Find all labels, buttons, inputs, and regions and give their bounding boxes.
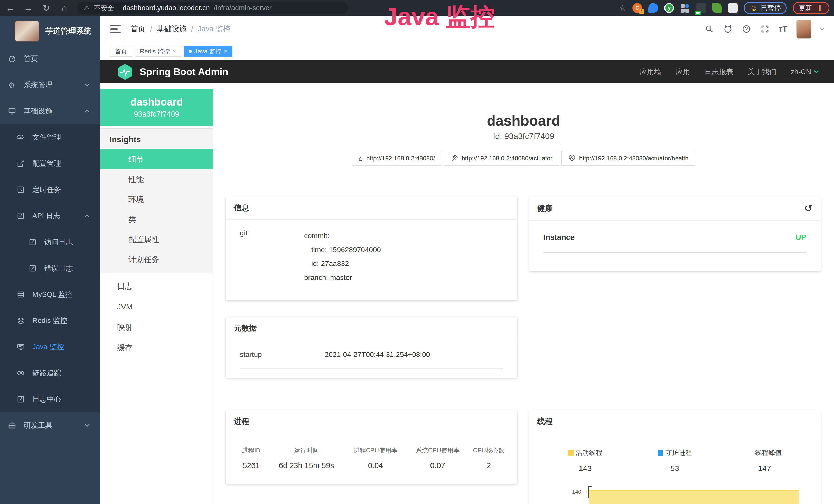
legend-label: 线程峰值 [755,448,782,457]
cloud-upload-icon [17,134,31,141]
github-icon[interactable] [723,24,732,33]
profile-paused-badge[interactable]: ☺ 已暂停 [744,2,787,14]
breadcrumb-item[interactable]: 首页 [130,24,146,34]
service-url-button[interactable]: ⌂ http://192.168.0.2:48080/ [352,151,442,166]
sidebar-item-logs[interactable]: 日志 [100,276,213,297]
card-title: 健康 [537,203,553,214]
database-icon [17,291,31,298]
sidebar-item-caches[interactable]: 缓存 [100,338,213,358]
extension-icon-pin[interactable] [648,3,658,13]
process-card-header: 进程 [225,410,517,433]
sba-nav-wallboard[interactable]: 应用墙 [640,67,661,77]
sba-nav-applications[interactable]: 应用 [676,67,690,77]
extension-icon-switch[interactable]: on [696,3,706,13]
sidebar-item-mappings[interactable]: 映射 [100,317,213,338]
process-uptime: 6d 23h 15m 59s [269,457,344,474]
monitor-icon [17,343,31,351]
actuator-url-button[interactable]: http://192.168.0.2:48080/actuator [444,151,559,166]
locale-selector[interactable]: zh-CN [791,68,818,76]
health-url: http://192.168.0.2:48080/actuator/health [579,155,688,162]
service-url: http://192.168.0.2:48080/ [366,155,435,162]
bookmark-star-icon[interactable]: ☆ [619,3,627,13]
column-header: CPU核心数 [468,441,509,457]
y-axis-tickmark [583,492,587,492]
forward-icon[interactable]: → [23,4,34,12]
chevron-up-icon [85,214,90,220]
spring-boot-admin-logo [117,63,133,81]
insights-group: Insights 细节 性能 环境 类 配置属性 计划任务 [100,129,213,273]
instance-header[interactable]: dashboard 93a3fc7f7409 [100,89,213,126]
cpu-cores: 2 [468,457,509,474]
sidebar-item-system[interactable]: ⚙ 系统管理 [0,72,100,98]
sidebar-item-trace[interactable]: 链路追踪 [0,360,100,386]
close-icon[interactable]: × [224,48,227,55]
sidebar-item-infra[interactable]: 基础设施 [0,98,100,124]
metadata-card: 元数据 startup 2021-04-27T00:44:31.254+08:0… [225,317,517,378]
wrench-icon [451,155,458,162]
metadata-label: startup [240,350,325,359]
health-url-button[interactable]: http://192.168.0.2:48080/actuator/health [562,151,696,166]
sidebar-item-home[interactable]: 首页 [0,46,100,72]
brand-logo-image [15,21,39,42]
extension-icon-orange[interactable]: C1 [632,3,642,13]
tag-redis-monitor[interactable]: Redis 监控 × [135,46,181,57]
extension-icon-grid[interactable] [680,3,690,13]
refresh-icon[interactable]: ↻ [41,4,52,12]
sidebar-item-job[interactable]: 定时任务 [0,177,100,203]
sidebar-item-environment[interactable]: 环境 [100,189,213,209]
breadcrumb-item[interactable]: 基础设施 [157,24,186,34]
tag-java-monitor[interactable]: Java 监控 × [184,46,233,57]
address-bar[interactable]: ⚠ 不安全 dashboard.yudao.iocoder.cn/infra/a… [76,2,348,14]
sidebar-item-devtools[interactable]: 研发工具 [0,412,100,438]
info-label: git [240,229,304,284]
sidebar-item-metrics[interactable]: 性能 [100,169,213,189]
schedule-icon [17,186,31,193]
health-row[interactable]: Instance UP [544,233,807,253]
instance-title: dashboard [213,112,834,129]
sidebar-item-classes[interactable]: 类 [100,209,213,230]
extensions-puzzle-icon[interactable] [728,3,738,13]
history-icon[interactable]: ↺ [804,203,812,214]
sidebar-item-redis[interactable]: Redis 监控 [0,307,100,334]
sidebar-item-logcenter[interactable]: 日志中心 [0,386,100,412]
hamburger-icon[interactable] [110,25,121,33]
sidebar-item-accesslog[interactable]: 访问日志 [0,229,100,255]
sidebar-item-errorlog[interactable]: 错误日志 [0,255,100,281]
tag-home[interactable]: 首页 [110,46,132,57]
sidebar-item-apilog[interactable]: API 日志 [0,203,100,229]
sidebar-item-file[interactable]: 文件管理 [0,124,100,151]
sba-nav-about[interactable]: 关于我们 [748,67,776,77]
extension-icon-y[interactable]: y [664,3,674,13]
health-card: 健康 ↺ Instance UP [529,197,821,271]
sidebar-item-label: 研发工具 [24,420,52,430]
sidebar-item-jvm[interactable]: JVM [100,297,213,317]
sba-nav-journal[interactable]: 日志报表 [705,67,733,77]
back-icon[interactable]: ← [5,4,16,12]
sidebar-item-java-monitor[interactable]: Java 监控 [0,334,100,360]
info-card: 信息 git commit: time: 1596289704000 id: 2… [225,197,517,300]
extension-y-letter: y [668,5,671,11]
sidebar-item-details[interactable]: 细节 [100,150,213,169]
gear-icon: ⚙ [8,81,23,90]
chrome-update-button[interactable]: 更新 ⋮ [793,2,829,14]
brand[interactable]: 芋道管理系统 [0,16,100,46]
home-icon[interactable]: ⌂ [59,4,70,12]
system-cpu: 0.07 [408,457,468,474]
avatar-caret-icon[interactable] [820,26,825,30]
fullscreen-icon[interactable] [760,24,770,33]
browser-menu-icon[interactable]: ⋮ [816,4,824,12]
sidebar-item-configprops[interactable]: 配置属性 [100,230,213,250]
close-icon[interactable]: × [172,48,176,55]
sidebar-item-mysql[interactable]: MySQL 监控 [0,281,100,307]
font-size-icon[interactable]: ᴛT [779,25,787,33]
threads-card-body: 活动线程 143 守护进程 53 线程峰值 14 [529,433,821,504]
sidebar-item-scheduled-tasks[interactable]: 计划任务 [100,250,213,270]
extension-icon-leaf[interactable] [712,3,722,13]
sidebar-item-config[interactable]: 配置管理 [0,151,100,177]
extension-badge: 1 [639,9,644,15]
live-threads-area-series [589,490,799,504]
security-warning-icon: ⚠ [84,4,90,12]
help-icon[interactable] [742,24,751,33]
user-avatar[interactable] [796,20,811,39]
search-icon[interactable] [705,24,714,33]
